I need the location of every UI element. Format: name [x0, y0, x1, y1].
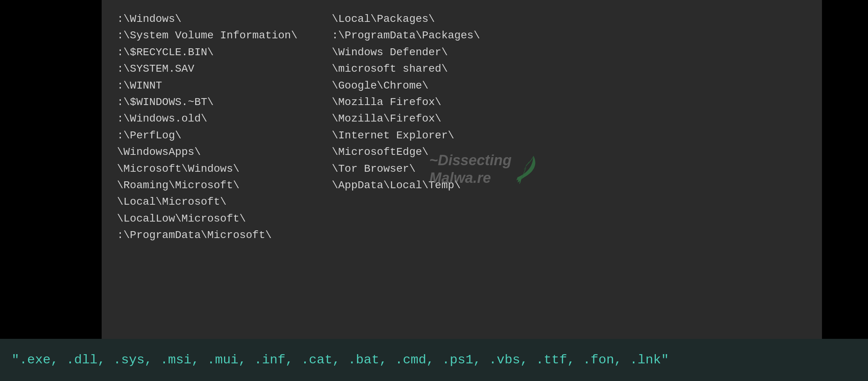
extensions-text: ".exe, .dll, .sys, .msi, .mui, .inf, .ca…	[12, 353, 669, 367]
right-column: \Local\Packages\:\ProgramData\Packages\\…	[316, 11, 807, 328]
left-code-line: :\Windows.old\	[117, 110, 316, 127]
right-code-line: \Local\Packages\	[332, 11, 807, 27]
right-code-line: \MicrosoftEdge\	[332, 144, 807, 160]
left-black-panel	[0, 0, 102, 339]
left-code-line: :\$WINDOWS.~BT\	[117, 94, 316, 110]
left-code-line: :\PerfLog\	[117, 127, 316, 144]
left-code-line: \Microsoft\Windows\	[117, 161, 316, 177]
right-code-line: \Google\Chrome\	[332, 77, 807, 94]
left-code-line: \Roaming\Microsoft\	[117, 177, 316, 194]
top-section: :\Windows\:\System Volume Information\:\…	[0, 0, 868, 339]
left-code-line: :\ProgramData\Microsoft\	[117, 227, 316, 243]
right-code-line: \Mozilla\Firefox\	[332, 110, 807, 127]
right-code-line: \Tor Browser\	[332, 161, 807, 177]
right-code-line: \Windows Defender\	[332, 44, 807, 61]
main-container: :\Windows\:\System Volume Information\:\…	[0, 0, 868, 381]
left-column: :\Windows\:\System Volume Information\:\…	[117, 11, 316, 328]
right-code-line: \AppData\Local\Temp\	[332, 177, 807, 194]
left-code-line: \WindowsApps\	[117, 144, 316, 160]
left-code-line: :\$RECYCLE.BIN\	[117, 44, 316, 61]
right-code-line: \microsoft shared\	[332, 61, 807, 77]
left-code-line: :\WINNT	[117, 77, 316, 94]
left-code-line: :\SYSTEM.SAV	[117, 61, 316, 77]
right-code-line: \Mozilla Firefox\	[332, 94, 807, 110]
left-code-line: :\System Volume Information\	[117, 27, 316, 44]
code-panel: :\Windows\:\System Volume Information\:\…	[102, 0, 822, 339]
left-code-line: \Local\Microsoft\	[117, 194, 316, 210]
left-code-line: \LocalLow\Microsoft\	[117, 210, 316, 227]
right-code-line: :\ProgramData\Packages\	[332, 27, 807, 44]
bottom-bar: ".exe, .dll, .sys, .msi, .mui, .inf, .ca…	[0, 339, 868, 381]
right-code-line: \Internet Explorer\	[332, 127, 807, 144]
right-black-panel	[822, 0, 868, 339]
left-code-line: :\Windows\	[117, 11, 316, 27]
